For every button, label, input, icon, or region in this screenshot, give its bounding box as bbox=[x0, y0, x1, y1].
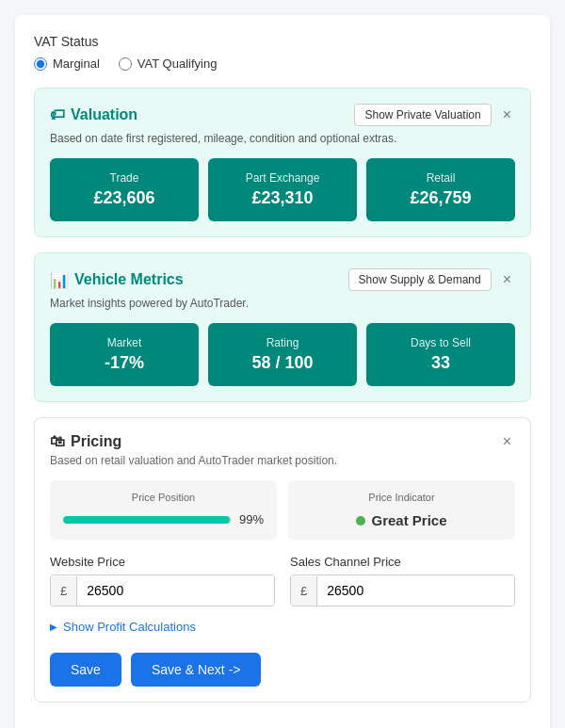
vat-qualifying-label: VAT Qualifying bbox=[137, 57, 218, 71]
save-button[interactable]: Save bbox=[50, 653, 121, 687]
show-private-valuation-button[interactable]: Show Private Valuation bbox=[354, 104, 491, 126]
part-exchange-metric: Part Exchange £23,310 bbox=[208, 158, 357, 221]
sales-channel-price-group: Sales Channel Price £ bbox=[290, 555, 515, 607]
valuation-header: 🏷 Valuation Show Private Valuation × bbox=[50, 104, 515, 126]
sales-channel-price-label: Sales Channel Price bbox=[290, 555, 515, 569]
part-exchange-value: £23,310 bbox=[218, 188, 347, 208]
vehicle-metrics-header-right: Show Supply & Demand × bbox=[348, 268, 515, 291]
rating-label: Rating bbox=[218, 336, 347, 349]
show-profit-toggle[interactable]: ▶ Show Profit Calculations bbox=[50, 620, 515, 634]
pricing-subtitle: Based on retail valuation and AutoTrader… bbox=[50, 454, 515, 467]
rating-value: 58 / 100 bbox=[218, 353, 347, 373]
vat-qualifying-radio[interactable] bbox=[119, 57, 132, 71]
pricing-close-button[interactable]: × bbox=[499, 433, 515, 450]
progress-bar-wrap bbox=[63, 516, 232, 524]
vat-radio-group: Marginal VAT Qualifying bbox=[34, 57, 531, 71]
market-metric: Market -17% bbox=[50, 323, 199, 386]
pricing-metrics: Price Position 99% Price Indicator Great… bbox=[50, 480, 515, 540]
vehicle-metrics-close-button[interactable]: × bbox=[499, 271, 515, 288]
action-buttons: Save Save & Next -> bbox=[50, 653, 515, 687]
days-to-sell-label: Days to Sell bbox=[376, 336, 506, 349]
website-price-group: Website Price £ bbox=[50, 555, 275, 607]
vehicle-metrics-card: 📊 Vehicle Metrics Show Supply & Demand ×… bbox=[34, 252, 531, 402]
progress-container: 99% bbox=[63, 512, 264, 526]
trade-value: £23,606 bbox=[59, 188, 189, 208]
website-price-label: Website Price bbox=[50, 555, 275, 569]
trade-metric: Trade £23,606 bbox=[50, 158, 199, 221]
website-price-prefix: £ bbox=[51, 576, 77, 606]
vat-marginal-label: Marginal bbox=[53, 57, 100, 71]
valuation-title: 🏷 Valuation bbox=[50, 106, 137, 123]
price-position-box: Price Position 99% bbox=[50, 480, 277, 540]
save-next-button[interactable]: Save & Next -> bbox=[131, 653, 262, 687]
part-exchange-label: Part Exchange bbox=[218, 171, 347, 185]
price-indicator-box: Price Indicator Great Price bbox=[288, 480, 515, 540]
days-to-sell-value: 33 bbox=[376, 353, 506, 373]
website-price-input-wrap: £ bbox=[50, 574, 275, 607]
show-profit-label: Show Profit Calculations bbox=[63, 620, 196, 634]
price-inputs: Website Price £ Sales Channel Price £ bbox=[50, 555, 515, 607]
show-supply-demand-button[interactable]: Show Supply & Demand bbox=[348, 268, 492, 291]
retail-label: Retail bbox=[376, 171, 506, 185]
price-indicator-value: Great Price bbox=[301, 512, 502, 528]
retail-value: £26,759 bbox=[376, 188, 506, 208]
page-container: VAT Status Marginal VAT Qualifying 🏷 Val… bbox=[15, 15, 550, 728]
progress-fill bbox=[63, 516, 230, 524]
vehicle-metrics-header: 📊 Vehicle Metrics Show Supply & Demand × bbox=[50, 268, 515, 291]
vat-qualifying-option[interactable]: VAT Qualifying bbox=[119, 57, 218, 71]
days-to-sell-metric: Days to Sell 33 bbox=[366, 323, 515, 386]
vehicle-metrics-subtitle: Market insights powered by AutoTrader. bbox=[50, 297, 515, 310]
pricing-title: 🛍 Pricing bbox=[50, 433, 121, 450]
progress-percent: 99% bbox=[239, 512, 264, 526]
valuation-card: 🏷 Valuation Show Private Valuation × Bas… bbox=[34, 88, 531, 237]
sales-channel-price-input[interactable] bbox=[317, 575, 514, 606]
rating-metric: Rating 58 / 100 bbox=[208, 323, 357, 386]
vat-label: VAT Status bbox=[34, 34, 531, 49]
valuation-metrics-grid: Trade £23,606 Part Exchange £23,310 Reta… bbox=[50, 158, 515, 221]
pricing-header: 🛍 Pricing × bbox=[50, 433, 515, 450]
valuation-close-button[interactable]: × bbox=[499, 106, 515, 123]
sales-channel-price-input-wrap: £ bbox=[290, 574, 515, 607]
vehicle-metrics-title: 📊 Vehicle Metrics bbox=[50, 271, 184, 289]
vat-section: VAT Status Marginal VAT Qualifying bbox=[34, 34, 531, 71]
retail-metric: Retail £26,759 bbox=[366, 158, 515, 221]
valuation-header-right: Show Private Valuation × bbox=[354, 104, 515, 126]
bar-chart-icon: 📊 bbox=[50, 271, 69, 289]
vat-marginal-option[interactable]: Marginal bbox=[34, 57, 100, 71]
valuation-subtitle: Based on date first registered, mileage,… bbox=[50, 132, 515, 145]
website-price-input[interactable] bbox=[77, 575, 274, 606]
vat-marginal-radio[interactable] bbox=[34, 57, 47, 71]
price-indicator-label: Price Indicator bbox=[301, 492, 502, 503]
trade-label: Trade bbox=[59, 171, 189, 185]
tag-icon: 🏷 bbox=[50, 106, 65, 123]
market-value: -17% bbox=[59, 353, 189, 373]
market-label: Market bbox=[59, 336, 189, 349]
green-dot-icon bbox=[356, 516, 365, 526]
pricing-card: 🛍 Pricing × Based on retail valuation an… bbox=[34, 417, 531, 703]
sales-channel-prefix: £ bbox=[291, 576, 317, 606]
bag-icon: 🛍 bbox=[50, 433, 65, 450]
price-position-label: Price Position bbox=[63, 492, 264, 503]
vehicle-metrics-grid: Market -17% Rating 58 / 100 Days to Sell… bbox=[50, 323, 515, 386]
chevron-right-icon: ▶ bbox=[50, 622, 57, 632]
